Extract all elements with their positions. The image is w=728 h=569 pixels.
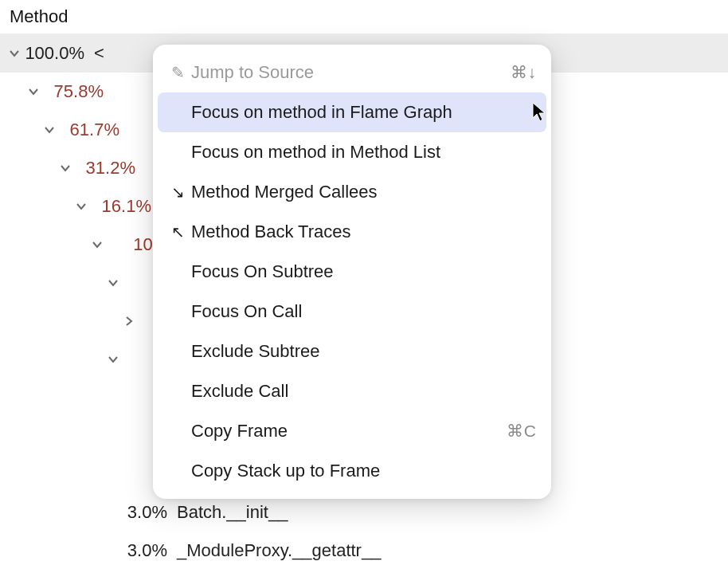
menu-item-label: Method Back Traces [191,222,537,242]
tree-root-pct: 100.0% [22,43,94,64]
chevron-down-icon[interactable] [41,124,57,135]
chevron-down-icon[interactable] [57,163,73,174]
tree-row-pct: 16.1% [89,196,161,217]
menu-item-label: Focus on method in Flame Graph [191,102,537,123]
menu-item-method-back-traces[interactable]: ↖Method Back Traces [153,212,551,252]
menu-item-shortcut: ⌘↓ [511,63,538,82]
menu-item-label: Exclude Call [191,381,537,402]
menu-item-copy-stack-up-to-frame[interactable]: Copy Stack up to Frame [153,451,551,491]
chevron-right-icon[interactable] [121,316,137,327]
tree-row-pct: 3.0% [105,540,177,561]
menu-item-label: Jump to Source [191,62,511,83]
tree-root-method: < [94,43,104,64]
chevron-down-icon[interactable] [105,354,121,365]
menu-item-shortcut: ⌘C [507,422,537,441]
column-header: Method [0,0,728,34]
menu-item-label: Exclude Subtree [191,341,537,362]
menu-item-label: Focus on method in Method List [191,142,537,163]
menu-item-label: Copy Frame [191,421,507,441]
tree-row-pct: 31.2% [73,158,145,179]
chevron-down-icon[interactable] [73,201,89,212]
menu-item-label: Focus On Subtree [191,261,537,282]
arrow-ul-icon: ↖ [164,222,191,241]
chevron-down-icon[interactable] [6,48,22,59]
menu-item-focus-method-list[interactable]: Focus on method in Method List [153,132,551,172]
chevron-down-icon[interactable] [105,277,121,288]
tree-row-pct: 3.0% [105,502,177,523]
menu-item-method-merged-callees[interactable]: ↘Method Merged Callees [153,172,551,212]
menu-item-focus-on-call[interactable]: Focus On Call [153,292,551,332]
menu-item-focus-on-subtree[interactable]: Focus On Subtree [153,252,551,292]
tree-row-pct: 75.8% [41,81,113,102]
header-title: Method [10,6,68,26]
menu-item-label: Focus On Call [191,301,537,322]
menu-item-label: Copy Stack up to Frame [191,461,537,481]
menu-item-exclude-call[interactable]: Exclude Call [153,371,551,411]
tree-row-method: Batch.__init__ [177,502,288,523]
tree-row-pct: 61.7% [57,120,129,140]
context-menu: ✎Jump to Source⌘↓Focus on method in Flam… [153,45,551,499]
chevron-down-icon[interactable] [89,239,105,250]
menu-item-jump-to-source: ✎Jump to Source⌘↓ [153,53,551,92]
chevron-down-icon[interactable] [25,86,41,97]
menu-item-focus-flame-graph[interactable]: Focus on method in Flame Graph [158,92,546,132]
tree-row[interactable]: 3.0%Batch.__init__ [0,493,728,532]
mouse-cursor-icon [532,102,546,123]
tree-row[interactable]: 3.0%_ModuleProxy.__getattr__ [0,532,728,569]
menu-item-exclude-subtree[interactable]: Exclude Subtree [153,332,551,371]
menu-item-label: Method Merged Callees [191,182,537,202]
arrow-dr-icon: ↘ [164,182,191,202]
pencil-icon: ✎ [164,63,191,82]
menu-item-copy-frame[interactable]: Copy Frame⌘C [153,411,551,451]
tree-row-method: _ModuleProxy.__getattr__ [177,540,381,561]
